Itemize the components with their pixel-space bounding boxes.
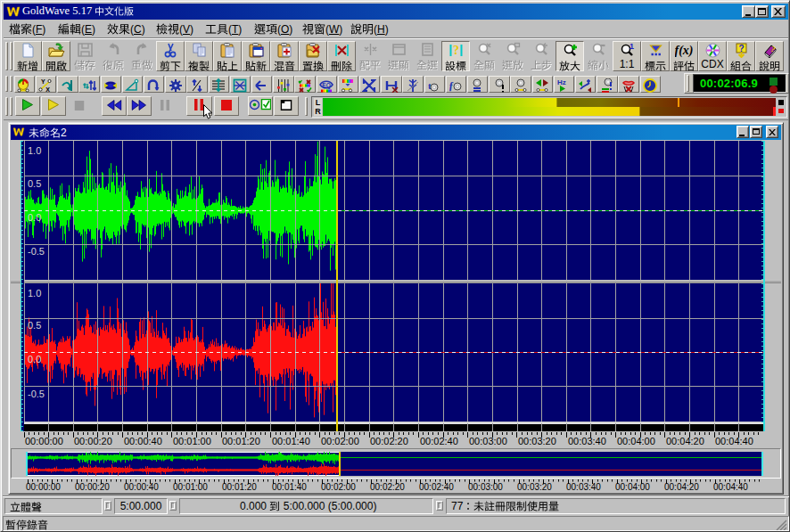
svg-text:EQ: EQ (322, 81, 330, 88)
svg-text:?: ? (453, 44, 459, 57)
svg-text:1: 1 (629, 43, 633, 51)
svg-text:ƒ: ƒ (448, 79, 454, 92)
svg-text:f(x): f(x) (675, 44, 693, 58)
svg-text:Hz: Hz (557, 78, 566, 86)
svg-text:Y: Y (41, 78, 45, 85)
svg-text:X: X (46, 86, 51, 93)
svg-text:?: ? (738, 44, 744, 53)
